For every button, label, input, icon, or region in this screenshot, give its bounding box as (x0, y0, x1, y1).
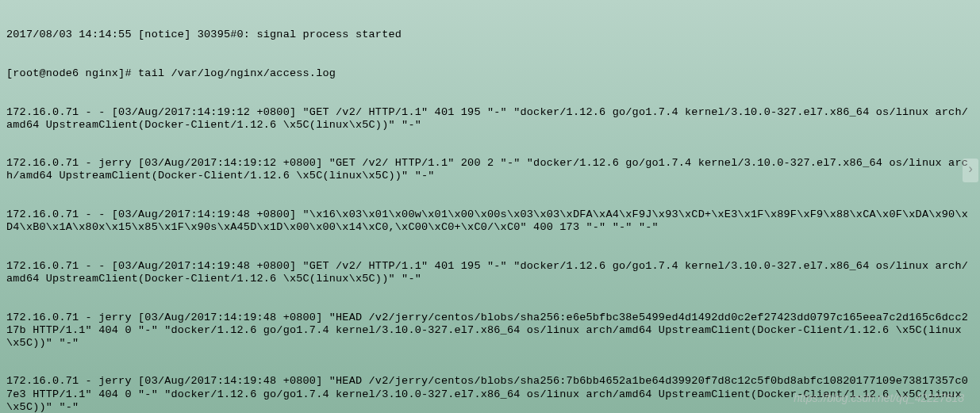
log-line: 172.16.0.71 - jerry [03/Aug/2017:14:19:1… (6, 157, 974, 182)
log-line: 172.16.0.71 - jerry [03/Aug/2017:14:19:4… (6, 312, 974, 350)
watermark-text: https://blog.csdn.net/qq_42227818 (794, 392, 964, 405)
log-line: 172.16.0.71 - - [03/Aug/2017:14:19:48 +0… (6, 260, 974, 285)
log-line: 2017/08/03 14:14:55 [notice] 30395#0: si… (6, 29, 974, 41)
next-arrow-icon[interactable]: › (963, 159, 978, 182)
log-line: 172.16.0.71 - - [03/Aug/2017:14:19:12 +0… (6, 106, 974, 132)
log-line: 172.16.0.71 - - [03/Aug/2017:14:19:48 +0… (6, 208, 974, 234)
terminal-output: 2017/08/03 14:14:55 [notice] 30395#0: si… (6, 3, 974, 413)
chevron-right-icon: › (967, 163, 974, 178)
shell-prompt-command: [root@node6 nginx]# tail /var/log/nginx/… (6, 67, 974, 80)
